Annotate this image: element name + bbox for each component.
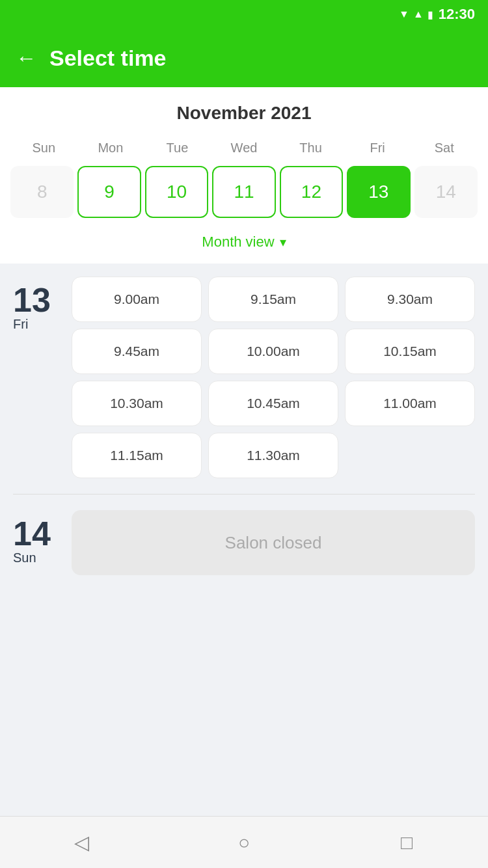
month-year-label: November 2021 bbox=[10, 103, 478, 124]
day-block-13: 13 Fri 9.00am 9.15am 9.30am 9.45am 10.00… bbox=[13, 277, 475, 478]
time-slot-915am[interactable]: 9.15am bbox=[208, 277, 338, 322]
weekday-mon: Mon bbox=[77, 137, 144, 159]
status-icons: ▼ ▲ ▮ bbox=[399, 8, 433, 21]
weekday-sat: Sat bbox=[411, 137, 478, 159]
day-number-14: 14 bbox=[13, 517, 51, 550]
date-cell-11[interactable]: 11 bbox=[212, 166, 275, 218]
weekday-fri: Fri bbox=[344, 137, 411, 159]
date-cell-8[interactable]: 8 bbox=[10, 166, 74, 218]
month-view-toggle[interactable]: Month view ▾ bbox=[10, 224, 478, 264]
page-title: Select time bbox=[49, 46, 167, 71]
schedule-section: 13 Fri 9.00am 9.15am 9.30am 9.45am 10.00… bbox=[0, 264, 488, 653]
weekday-tue: Tue bbox=[144, 137, 211, 159]
wifi-icon: ▼ bbox=[399, 8, 409, 20]
time-slot-1115am[interactable]: 11.15am bbox=[72, 433, 202, 478]
time-slot-1030am[interactable]: 10.30am bbox=[72, 381, 202, 426]
time-slot-1015am[interactable]: 10.15am bbox=[345, 329, 475, 374]
time-slot-900am[interactable]: 9.00am bbox=[72, 277, 202, 322]
back-button[interactable]: ← bbox=[16, 46, 36, 70]
time-slots-grid-13: 9.00am 9.15am 9.30am 9.45am 10.00am 10.1… bbox=[72, 277, 475, 478]
weekday-wed: Wed bbox=[211, 137, 278, 159]
day-block-14: 14 Sun Salon closed bbox=[13, 510, 475, 575]
nav-home-button[interactable]: ○ bbox=[224, 823, 264, 862]
time-slot-1130am[interactable]: 11.30am bbox=[208, 433, 338, 478]
nav-back-button[interactable]: ◁ bbox=[62, 823, 101, 862]
weekday-sun: Sun bbox=[10, 137, 77, 159]
date-cell-14[interactable]: 14 bbox=[414, 166, 478, 218]
calendar-section: November 2021 Sun Mon Tue Wed Thu Fri Sa… bbox=[0, 87, 488, 264]
time-slot-930am[interactable]: 9.30am bbox=[345, 277, 475, 322]
time-slot-1045am[interactable]: 10.45am bbox=[208, 381, 338, 426]
battery-icon: ▮ bbox=[427, 8, 433, 21]
date-cell-10[interactable]: 10 bbox=[145, 166, 208, 218]
time-slot-1000am[interactable]: 10.00am bbox=[208, 329, 338, 374]
signal-icon: ▲ bbox=[413, 8, 424, 20]
time-slot-945am[interactable]: 9.45am bbox=[72, 329, 202, 374]
status-time: 12:30 bbox=[439, 6, 475, 23]
date-row: 8 9 10 11 12 13 14 bbox=[10, 166, 478, 224]
month-view-label: Month view bbox=[202, 234, 274, 251]
header: ← Select time bbox=[0, 29, 488, 87]
day-name-13: Fri bbox=[13, 317, 28, 332]
day-name-14: Sun bbox=[13, 550, 36, 565]
weekday-thu: Thu bbox=[277, 137, 344, 159]
day-number-13: 13 bbox=[13, 283, 51, 317]
salon-closed-message: Salon closed bbox=[72, 510, 475, 575]
time-slot-1100am[interactable]: 11.00am bbox=[345, 381, 475, 426]
day-label-14: 14 Sun bbox=[13, 510, 59, 565]
weekday-row: Sun Mon Tue Wed Thu Fri Sat bbox=[10, 137, 478, 159]
status-bar: ▼ ▲ ▮ 12:30 bbox=[0, 0, 488, 29]
date-cell-13[interactable]: 13 bbox=[347, 166, 410, 218]
nav-recent-button[interactable]: □ bbox=[387, 823, 426, 862]
chevron-down-icon: ▾ bbox=[280, 234, 286, 250]
date-cell-9[interactable]: 9 bbox=[77, 166, 141, 218]
day-label-13: 13 Fri bbox=[13, 277, 59, 478]
bottom-nav: ◁ ○ □ bbox=[0, 816, 488, 868]
date-cell-12[interactable]: 12 bbox=[280, 166, 343, 218]
day-divider bbox=[13, 494, 475, 495]
